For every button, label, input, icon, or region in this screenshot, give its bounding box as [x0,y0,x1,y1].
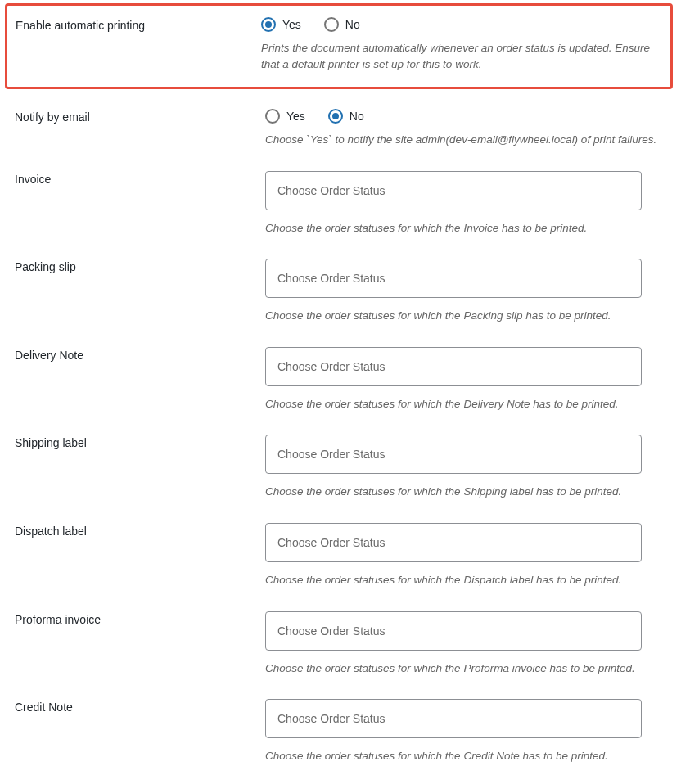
delivery-note-label: Delivery Note [15,347,265,412]
notify-email-label: Notify by email [15,109,265,148]
radio-label: Yes [286,110,305,123]
packing-slip-label: Packing slip [15,259,265,324]
shipping-label-label: Shipping label [15,435,265,500]
select-placeholder: Choose Order Status [277,184,386,197]
notify-email-help: Choose `Yes` to notify the site admin(de… [265,132,665,148]
dispatch-label-label: Dispatch label [15,523,265,588]
dispatch-label-order-status-select[interactable]: Choose Order Status [265,523,642,562]
credit-note-label: Credit Note [15,699,265,764]
proforma-invoice-help: Choose the order statuses for which the … [265,660,665,677]
invoice-order-status-select[interactable]: Choose Order Status [265,171,642,210]
select-placeholder: Choose Order Status [277,272,386,285]
shipping-label-order-status-select[interactable]: Choose Order Status [265,435,642,474]
select-placeholder: Choose Order Status [277,360,386,373]
radio-unchecked-icon [324,17,339,32]
select-placeholder: Choose Order Status [277,536,386,549]
notify-email-yes-radio[interactable]: Yes [265,109,305,124]
select-placeholder: Choose Order Status [277,448,386,461]
shipping-label-help: Choose the order statuses for which the … [265,484,665,500]
enable-auto-printing-help: Prints the document automatically whenev… [261,40,657,72]
proforma-invoice-label: Proforma invoice [15,611,265,677]
credit-note-help: Choose the order statuses for which the … [265,748,665,764]
invoice-help: Choose the order statuses for which the … [265,220,665,237]
highlighted-setting: Enable automatic printing Yes No Prints … [5,3,673,89]
radio-checked-icon [261,17,276,32]
delivery-note-help: Choose the order statuses for which the … [265,396,665,412]
notify-email-no-radio[interactable]: No [328,109,364,124]
invoice-label: Invoice [15,171,265,237]
radio-label: No [350,110,364,123]
credit-note-order-status-select[interactable]: Choose Order Status [265,699,642,738]
dispatch-label-help: Choose the order statuses for which the … [265,572,665,588]
proforma-invoice-order-status-select[interactable]: Choose Order Status [265,611,642,651]
enable-auto-printing-label: Enable automatic printing [16,17,261,72]
enable-auto-printing-yes-radio[interactable]: Yes [261,17,301,32]
select-placeholder: Choose Order Status [277,624,386,638]
radio-label: No [345,18,360,31]
packing-slip-order-status-select[interactable]: Choose Order Status [265,259,642,298]
radio-label: Yes [282,18,301,31]
packing-slip-help: Choose the order statuses for which the … [265,308,665,324]
radio-checked-icon [328,109,343,124]
delivery-note-order-status-select[interactable]: Choose Order Status [265,347,642,386]
radio-unchecked-icon [265,109,280,124]
enable-auto-printing-no-radio[interactable]: No [324,17,360,32]
select-placeholder: Choose Order Status [277,712,386,725]
